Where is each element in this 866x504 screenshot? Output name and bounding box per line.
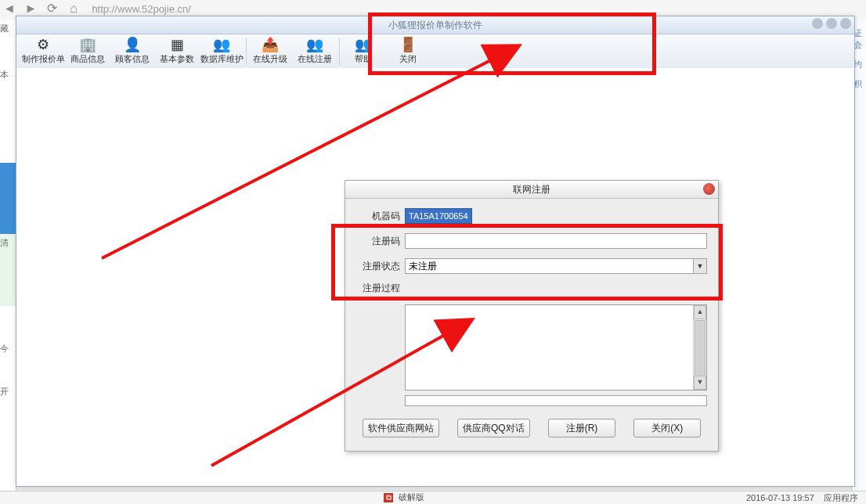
reg-status-label: 注册状态 (356, 260, 400, 273)
window-title: 小狐狸报价单制作软件 (388, 20, 482, 31)
reg-process-log[interactable]: ▲ ▼ (405, 304, 707, 391)
people-icon: 👥 (293, 36, 337, 53)
dialog-title-bar: 联网注册 (345, 181, 718, 199)
maximize-button[interactable] (826, 18, 837, 29)
bg-text: 约 (853, 59, 864, 70)
toolbar-separator (246, 38, 247, 66)
dialog-close-button[interactable] (703, 183, 715, 195)
taskbar: ⧉ 破解版 2016-07-13 19:57 应用程序 (0, 491, 866, 504)
nav-back-icon[interactable]: ◄ (0, 0, 19, 17)
nav-reload-icon[interactable]: ⟳ (43, 0, 62, 17)
people-icon: 👥 (200, 36, 244, 53)
close-button[interactable]: 关闭(X) (633, 419, 701, 437)
scroll-up-icon[interactable]: ▲ (694, 305, 706, 319)
taskbar-time: 2016-07-13 19:57 (746, 493, 814, 502)
toolbar-label: 数据库维护 (200, 53, 244, 65)
progress-bar (405, 395, 707, 406)
toolbar-label: 制作报价单 (21, 53, 65, 65)
door-icon: 🚪 (386, 36, 430, 53)
taskbar-app-name: 破解版 (399, 492, 424, 502)
building-icon: 🏢 (66, 36, 110, 53)
main-toolbar: ⚙ 制作报价单 🏢 商品信息 👤 顾客信息 ▦ 基本参数 👥 数据库维护 📤 在… (16, 34, 854, 70)
app-icon: ⧉ (384, 493, 393, 502)
reg-code-label: 注册码 (356, 235, 400, 248)
bg-text: 证会 (853, 27, 864, 51)
browser-url[interactable]: http://www.52pojie.cn/ (92, 3, 190, 15)
scrollbar[interactable]: ▲ ▼ (693, 305, 706, 390)
toolbar-separator (339, 38, 340, 66)
gear-icon: ⚙ (21, 36, 65, 53)
title-bar: 小狐狸报价单制作软件 (16, 16, 854, 34)
person-icon: 👤 (110, 36, 154, 53)
toolbar-label: 基本参数 (155, 53, 199, 65)
taskbar-entry[interactable]: ⧉ 破解版 (384, 491, 424, 503)
toolbar-close[interactable]: 🚪 关闭 (386, 34, 431, 69)
left-background-strip: 藏 本 清 今 开 (0, 20, 16, 497)
toolbar-customers[interactable]: 👤 顾客信息 (110, 34, 155, 69)
minimize-button[interactable] (812, 18, 823, 29)
register-button[interactable]: 注册(R) (548, 419, 615, 437)
scroll-down-icon[interactable]: ▼ (694, 376, 706, 390)
toolbar-label: 在线升级 (248, 53, 292, 65)
toolbar-label: 在线注册 (293, 53, 337, 65)
bg-text: 今 (0, 343, 16, 355)
row-reg-status: 注册状态 ▼ (356, 258, 707, 274)
bg-text: 藏 (0, 23, 16, 34)
toolbar-upgrade[interactable]: 📤 在线升级 (248, 34, 293, 69)
register-dialog: 联网注册 机器码 TA15A1700654 注册码 注册状态 ▼ 注册过程 ▲ … (345, 180, 719, 452)
reg-process-label: 注册过程 (356, 282, 400, 295)
toolbar-products[interactable]: 🏢 商品信息 (66, 34, 110, 69)
dialog-title: 联网注册 (513, 184, 550, 195)
toolbar-register[interactable]: 👥 在线注册 (293, 34, 337, 69)
toolbar-label: 顾客信息 (110, 53, 154, 65)
close-window-button[interactable] (840, 18, 851, 29)
vendor-site-button[interactable]: 软件供应商网站 (363, 419, 439, 437)
toolbar-db[interactable]: 👥 数据库维护 (200, 34, 244, 69)
bg-text: 积 (853, 78, 864, 90)
toolbar-label: 商品信息 (66, 53, 110, 65)
help-icon: 👥 (341, 36, 385, 53)
row-reg-process: 注册过程 (356, 283, 707, 295)
nav-home-icon[interactable]: ⌂ (64, 0, 83, 17)
bg-text: 开 (0, 386, 16, 398)
toolbar-params[interactable]: ▦ 基本参数 (155, 34, 200, 69)
row-reg-code: 注册码 (356, 233, 707, 249)
toolbar-label: 关闭 (386, 53, 430, 65)
grid-icon: ▦ (155, 36, 199, 53)
bg-text: 本 (0, 69, 16, 81)
vendor-qq-button[interactable]: 供应商QQ对话 (457, 419, 530, 437)
reg-code-input[interactable] (405, 233, 707, 249)
machine-code-value[interactable]: TA15A1700654 (405, 208, 472, 224)
toolbar-make-quote[interactable]: ⚙ 制作报价单 (21, 34, 66, 69)
upload-icon: 📤 (248, 36, 292, 53)
taskbar-type: 应用程序 (824, 493, 858, 502)
bg-text: 清 (0, 237, 16, 249)
chevron-down-icon[interactable]: ▼ (693, 259, 706, 273)
toolbar-help[interactable]: 👥 帮助 (341, 34, 386, 69)
nav-fwd-icon[interactable]: ► (21, 0, 40, 17)
reg-status-select[interactable] (405, 258, 707, 274)
machine-code-label: 机器码 (356, 210, 400, 223)
scroll-thumb[interactable] (695, 320, 705, 376)
toolbar-label: 帮助 (341, 53, 385, 65)
row-machine-code: 机器码 TA15A1700654 (356, 208, 707, 224)
